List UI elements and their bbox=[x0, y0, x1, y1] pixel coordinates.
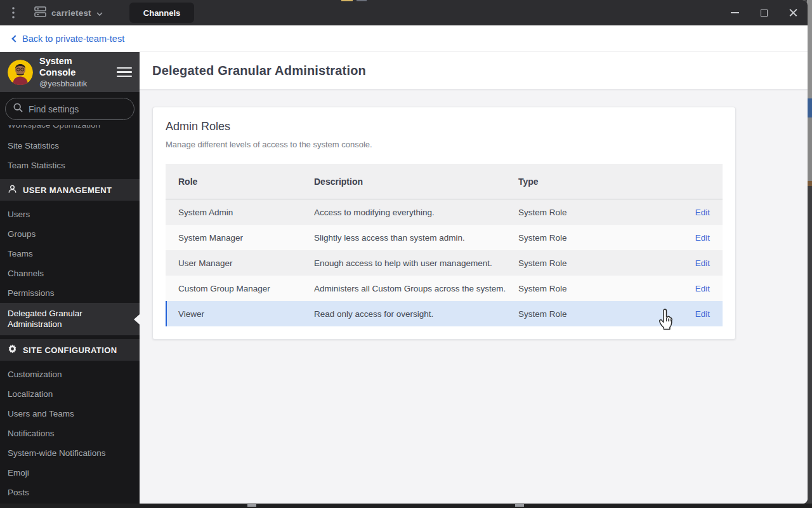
server-name: carrietest bbox=[51, 8, 91, 18]
sidebar-item-teams[interactable]: Teams bbox=[0, 244, 140, 264]
background-sliver bbox=[357, 0, 367, 1]
background-window-sliver bbox=[807, 186, 812, 508]
table-row-user-manager: User Manager Enough access to help with … bbox=[166, 250, 723, 276]
edit-link[interactable]: Edit bbox=[665, 309, 710, 319]
maximize-button[interactable] bbox=[749, 0, 778, 25]
sidebar-item-system-wide-notifications[interactable]: System-wide Notifications bbox=[0, 443, 140, 463]
window-controls bbox=[720, 0, 808, 25]
chevron-down-icon bbox=[96, 7, 103, 18]
menu-hamburger-icon[interactable] bbox=[117, 65, 132, 80]
table-row-custom-group-manager: Custom Group Manager Administers all Cus… bbox=[166, 276, 723, 301]
sidebar-item-users-and-teams[interactable]: Users and Teams bbox=[0, 404, 140, 424]
minimize-icon bbox=[731, 12, 739, 13]
system-console-sidebar: System Console @yesbhautik Find settings… bbox=[0, 52, 140, 504]
sidebar-item-emoji[interactable]: Emoji bbox=[0, 463, 140, 483]
sidebar-item-notifications[interactable]: Notifications bbox=[0, 424, 140, 443]
card-title: Admin Roles bbox=[166, 120, 723, 133]
chevron-left-icon bbox=[11, 35, 18, 42]
edit-link[interactable]: Edit bbox=[665, 284, 710, 293]
background-window-sliver bbox=[807, 0, 812, 98]
background-window-sliver bbox=[807, 117, 812, 181]
taskbar-icon-sliver bbox=[247, 504, 256, 507]
avatar[interactable] bbox=[8, 60, 33, 85]
sidebar-item-workspace-optimization[interactable]: Workspace Optimization bbox=[0, 125, 140, 131]
server-icon bbox=[34, 6, 46, 20]
sidebar-item-team-statistics[interactable]: Team Statistics bbox=[0, 156, 140, 175]
sidebar-item-site-statistics[interactable]: Site Statistics bbox=[0, 136, 140, 156]
search-input[interactable]: Find settings bbox=[5, 98, 134, 120]
sidebar-search: Find settings bbox=[0, 92, 140, 125]
sidebar-item-posts[interactable]: Posts bbox=[0, 483, 140, 502]
background-window-sliver bbox=[807, 98, 812, 117]
section-site-configuration[interactable]: SITE CONFIGURATION bbox=[0, 339, 140, 361]
sidebar-item-customization[interactable]: Customization bbox=[0, 364, 140, 384]
page-header: Delegated Granular Administration bbox=[140, 52, 808, 90]
page-title: Delegated Granular Administration bbox=[152, 64, 366, 78]
sidebar-item-groups[interactable]: Groups bbox=[0, 224, 140, 244]
table-header-row: Role Description Type bbox=[166, 164, 723, 199]
card-header: Admin Roles Manage different levels of a… bbox=[153, 107, 735, 149]
sidebar-item-users[interactable]: Users bbox=[0, 204, 140, 224]
column-header-description: Description bbox=[314, 177, 518, 187]
search-placeholder: Find settings bbox=[29, 104, 79, 114]
admin-roles-card: Admin Roles Manage different levels of a… bbox=[152, 107, 736, 340]
search-icon bbox=[13, 103, 23, 115]
card-description: Manage different levels of access to the… bbox=[166, 140, 723, 149]
back-banner: Back to private-team-test bbox=[0, 25, 808, 52]
app-menu-kebab-icon[interactable] bbox=[0, 0, 27, 25]
sidebar-item-file-sharing-and-downloads[interactable]: File Sharing and Downloads bbox=[0, 502, 140, 504]
sidebar-item-channels[interactable]: Channels bbox=[0, 264, 140, 283]
sidebar-item-delegated-granular-administration[interactable]: Delegated Granular Administration bbox=[0, 303, 140, 335]
close-button[interactable] bbox=[778, 0, 808, 25]
maximize-icon bbox=[761, 10, 768, 17]
section-user-management[interactable]: USER MANAGEMENT bbox=[0, 179, 140, 201]
taskbar-icon-sliver bbox=[515, 504, 524, 507]
gear-icon bbox=[8, 344, 17, 356]
edit-link[interactable]: Edit bbox=[665, 208, 710, 217]
column-header-role: Role bbox=[178, 177, 314, 187]
column-header-type: Type bbox=[518, 177, 665, 187]
background-window-sliver bbox=[807, 181, 812, 186]
edit-link[interactable]: Edit bbox=[665, 233, 710, 243]
back-to-team-link[interactable]: Back to private-team-test bbox=[13, 34, 124, 44]
table-row-system-manager: System Manager Slightly less access than… bbox=[166, 225, 723, 250]
sidebar-item-localization[interactable]: Localization bbox=[0, 384, 140, 404]
sidebar-header: System Console @yesbhautik bbox=[0, 52, 140, 92]
minimize-button[interactable] bbox=[720, 0, 749, 25]
server-selector[interactable]: carrietest bbox=[27, 0, 112, 25]
table-row-viewer[interactable]: Viewer Read only access for oversight. S… bbox=[166, 301, 723, 326]
titlebar: carrietest Channels bbox=[0, 0, 808, 25]
close-icon bbox=[789, 9, 797, 17]
os-taskbar bbox=[0, 504, 812, 508]
sidebar-nav: Workspace Optimization Site Statistics T… bbox=[0, 125, 140, 504]
selected-item-arrow bbox=[134, 314, 140, 324]
content-area: Admin Roles Manage different levels of a… bbox=[140, 90, 808, 504]
user-icon bbox=[8, 184, 17, 196]
console-title: System Console bbox=[39, 55, 110, 78]
mattermost-window: carrietest Channels Back to private-team… bbox=[0, 0, 808, 504]
sidebar-item-permissions[interactable]: Permissions bbox=[0, 283, 140, 303]
background-sliver bbox=[341, 0, 353, 1]
console-username: @yesbhautik bbox=[39, 78, 110, 89]
main-content: Delegated Granular Administration Admin … bbox=[140, 52, 808, 504]
edit-link[interactable]: Edit bbox=[665, 258, 710, 268]
tab-channels[interactable]: Channels bbox=[129, 3, 195, 23]
table-row-system-admin: System Admin Access to modifying everyth… bbox=[166, 199, 723, 225]
roles-table: Role Description Type System Admin Acces… bbox=[166, 164, 723, 326]
